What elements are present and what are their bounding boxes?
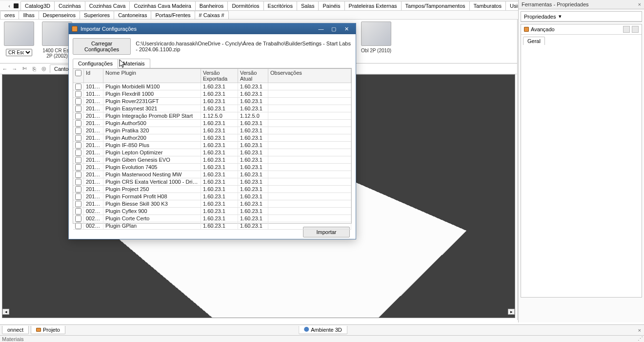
top-tab[interactable]: Escritórios: [263, 1, 297, 10]
table-row[interactable]: 201212Plugin Project 2501.60.23.11.60.23…: [73, 186, 351, 193]
close-button[interactable]: ✕: [340, 25, 353, 33]
row-checkbox[interactable]: [75, 164, 81, 171]
panel-close-icon[interactable]: ×: [638, 1, 641, 7]
panel-close-icon[interactable]: ×: [638, 327, 641, 333]
table-row[interactable]: 201074Plugin Easynest 30211.60.23.11.60.…: [73, 105, 351, 112]
table-row[interactable]: 201213Plugin Format4 Profit H081.60.23.1…: [73, 193, 351, 200]
row-checkbox[interactable]: [75, 106, 81, 112]
row-checkbox[interactable]: [75, 193, 81, 200]
table-row[interactable]: 201045Plugin Rover2231GFT1.60.23.11.60.2…: [73, 98, 351, 105]
grid-icon[interactable]: [623, 26, 630, 33]
table-row[interactable]: 201214Plugin Biesse Skill 300 K31.60.23.…: [73, 200, 351, 208]
top-tab[interactable]: Painéis: [318, 1, 344, 10]
sub-tab[interactable]: Superiores: [80, 11, 114, 19]
sub-tab[interactable]: Despenseiros: [39, 11, 80, 19]
table-row[interactable]: 201106Plugin Author5001.60.23.11.60.23.1: [73, 120, 351, 127]
top-tab[interactable]: Tamburatos: [469, 1, 506, 10]
table-row[interactable]: 201122Plugin Author2001.60.23.11.60.23.1: [73, 134, 351, 142]
tab-ambiente-3d[interactable]: Ambiente 3D: [299, 326, 347, 334]
col-exported[interactable]: Versão Exportada: [201, 69, 238, 83]
row-checkbox[interactable]: [75, 223, 81, 229]
top-tab[interactable]: Banheiros: [195, 1, 228, 10]
row-checkbox[interactable]: [75, 171, 81, 178]
row-checkbox[interactable]: [75, 201, 81, 207]
list-icon[interactable]: [632, 26, 639, 33]
dropdown-icon[interactable]: ▾: [559, 13, 562, 20]
target-icon[interactable]: ◎: [39, 64, 49, 73]
tab-geral[interactable]: Geral: [523, 37, 545, 45]
row-checkbox[interactable]: [75, 142, 81, 149]
category-icon: [524, 27, 529, 32]
cell-id: 201045: [84, 98, 103, 105]
table-row[interactable]: 201173Plugin Giben Genesis EVO1.60.23.11…: [73, 156, 351, 164]
row-checkbox[interactable]: [75, 120, 81, 127]
row-checkbox[interactable]: [75, 179, 81, 185]
tab-projeto[interactable]: Projeto: [31, 326, 65, 334]
top-tab[interactable]: Cozinhas Cava: [85, 1, 130, 10]
row-checkbox[interactable]: [75, 113, 81, 119]
col-name[interactable]: Nome Plugin: [103, 69, 201, 83]
cell-current: 1.60.23.1: [238, 127, 268, 134]
top-tab[interactable]: Dormitórios: [227, 1, 263, 10]
table-row[interactable]: 002343Plugin GPlan1.60.23.11.60.23.1: [73, 222, 351, 230]
row-checkbox[interactable]: [75, 150, 81, 156]
table-row[interactable]: 201075Plugin Integração Promob ERP Start…: [73, 112, 351, 120]
resize-grip-icon[interactable]: ⋰: [635, 336, 642, 342]
table-row[interactable]: 201124Plugin Lepton Optimizer1.60.23.11.…: [73, 149, 351, 156]
top-tab[interactable]: Tampos/Tamponamentos: [401, 1, 470, 10]
table-row[interactable]: 002341Plugin Cyflex 9001.60.23.11.60.23.…: [73, 208, 351, 215]
row-checkbox[interactable]: [75, 91, 81, 97]
row-checkbox[interactable]: [75, 208, 81, 214]
gallery-variant-select[interactable]: CR Esq (200: [6, 49, 32, 56]
table-row[interactable]: 201123Plugin IF-850 Plus1.60.23.11.60.23…: [73, 142, 351, 149]
cell-id: 201106: [84, 120, 103, 127]
viewport-scroll-right-icon[interactable]: ▸: [508, 309, 515, 315]
catalog-icon: [14, 3, 19, 8]
nav-fwd-icon[interactable]: →: [10, 64, 20, 73]
col-id[interactable]: Id: [84, 69, 103, 83]
col-obs[interactable]: Observações: [268, 69, 351, 83]
row-checkbox[interactable]: [75, 157, 81, 163]
sub-tab[interactable]: Portas/Frentes: [151, 11, 195, 19]
maximize-button[interactable]: ▢: [327, 25, 340, 33]
table-row[interactable]: 002342Plugin Corte Certo1.60.23.11.60.23…: [73, 215, 351, 222]
table-row[interactable]: 101230Plugin Morbidelli M1001.60.23.11.6…: [73, 83, 351, 90]
sub-tab[interactable]: ores: [0, 11, 19, 19]
link-icon[interactable]: ⎘: [29, 64, 39, 73]
row-checkbox[interactable]: [75, 98, 81, 105]
col-current[interactable]: Versão Atual: [238, 69, 268, 83]
table-row[interactable]: 201121Plugin Pratika 3201.60.23.11.60.23…: [73, 127, 351, 134]
table-row[interactable]: 101231Plugin Flexdrill 10001.60.23.11.60…: [73, 90, 351, 98]
sub-tab[interactable]: Cantoneiras: [114, 11, 151, 19]
table-row[interactable]: 201183Plugin CRS Exata Vertical 1000 - D…: [73, 178, 351, 186]
row-checkbox[interactable]: [75, 128, 81, 134]
top-tab[interactable]: Catalog3D: [20, 1, 55, 10]
sub-tab[interactable]: Ilhas: [19, 11, 39, 19]
table-row[interactable]: 201180Plugin Masterwood Nesting MW1.60.2…: [73, 171, 351, 178]
scissors-icon[interactable]: ✄: [20, 64, 29, 73]
tab-connect[interactable]: onnect: [2, 326, 29, 334]
tab-configuracoes[interactable]: Configurações: [73, 59, 118, 68]
gallery-item[interactable]: CR Esq (200: [2, 21, 36, 56]
advanced-label: Avançado: [531, 26, 555, 32]
top-tab[interactable]: Cozinhas Cava Madeira: [129, 1, 195, 10]
top-tab[interactable]: Cozinhas: [54, 1, 85, 10]
row-checkbox[interactable]: [75, 186, 81, 192]
dialog-titlebar[interactable]: Importar Configurações — ▢ ✕: [69, 23, 356, 34]
row-checkbox[interactable]: [75, 215, 81, 222]
sub-tab[interactable]: # Caixas #: [195, 11, 229, 19]
top-tab[interactable]: Salas: [297, 1, 319, 10]
table-row[interactable]: 201179Plugin Evolution 74051.60.23.11.60…: [73, 164, 351, 171]
tab-materiais[interactable]: Materiais: [118, 59, 150, 68]
back-icon[interactable]: ‹: [7, 1, 12, 11]
row-checkbox[interactable]: [75, 135, 81, 141]
load-config-button[interactable]: Carregar Configurações: [73, 38, 131, 55]
cell-exported: 1.60.23.1: [201, 142, 238, 149]
minimize-button[interactable]: —: [315, 25, 327, 33]
top-tab[interactable]: Prateleiras Externas: [344, 1, 402, 10]
gallery-item[interactable]: Obl 2P (2010): [359, 21, 393, 53]
row-checkbox[interactable]: [75, 84, 81, 90]
header-checkbox[interactable]: [75, 70, 81, 76]
nav-back-icon[interactable]: ←: [0, 64, 10, 73]
viewport-scroll-left-icon[interactable]: ◂: [2, 309, 9, 315]
